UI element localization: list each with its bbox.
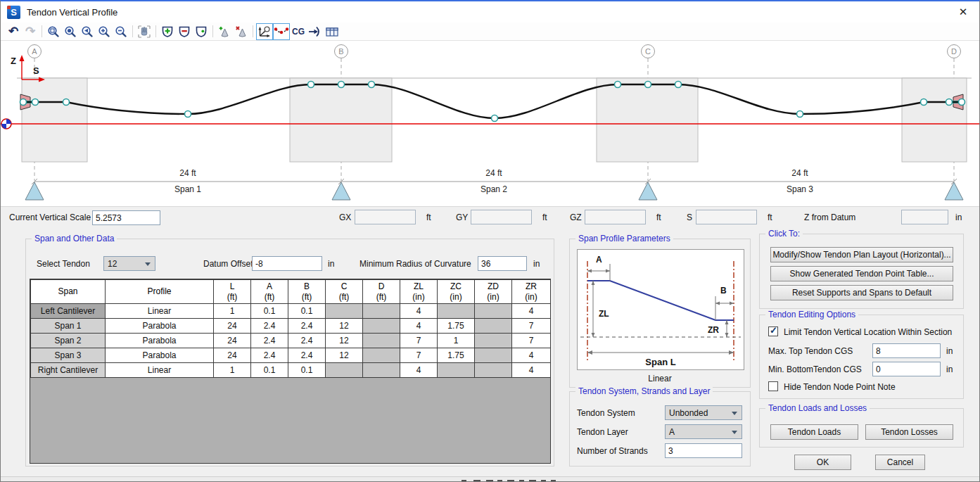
value-cell[interactable]: 4 xyxy=(512,348,551,363)
add-tendon-point-icon[interactable] xyxy=(216,23,233,40)
value-cell[interactable]: 0.1 xyxy=(251,304,288,319)
row-header[interactable]: Span 2 xyxy=(31,334,106,348)
show-point-table-button[interactable]: Show Generated Tendon Point Table... xyxy=(770,266,953,281)
profile-cell[interactable]: Parabola xyxy=(106,319,214,334)
value-cell[interactable]: 1 xyxy=(214,363,251,378)
value-cell[interactable] xyxy=(438,363,475,378)
value-cell[interactable]: 24 xyxy=(214,348,251,363)
tendon-loads-button[interactable]: Tendon Loads xyxy=(770,424,858,440)
value-cell[interactable]: 4 xyxy=(512,304,551,319)
row-header[interactable]: Right Cantilever xyxy=(31,363,106,378)
profile-drawing-area[interactable]: A B C D Z S xyxy=(1,41,980,206)
add-support-icon[interactable] xyxy=(159,23,176,40)
gz-field[interactable] xyxy=(585,210,646,224)
value-cell[interactable]: 2.4 xyxy=(288,319,326,334)
undo-icon[interactable]: ↶ xyxy=(5,23,22,40)
value-cell[interactable]: 2.4 xyxy=(288,348,326,363)
value-cell[interactable] xyxy=(475,363,512,378)
tendon-curve[interactable] xyxy=(23,84,962,118)
value-cell[interactable]: 2.4 xyxy=(251,348,288,363)
ok-button[interactable]: OK xyxy=(794,455,851,470)
max-top-cgs-input[interactable] xyxy=(872,343,941,358)
value-cell[interactable] xyxy=(363,304,400,319)
cancel-button[interactable]: Cancel xyxy=(875,455,925,470)
select-tendon-dropdown[interactable]: 12 xyxy=(103,256,155,271)
show-cg-icon[interactable]: CG xyxy=(290,23,307,40)
value-cell[interactable] xyxy=(475,348,512,363)
value-cell[interactable] xyxy=(363,363,400,378)
s-field[interactable] xyxy=(696,210,757,224)
redo-icon[interactable]: ↷ xyxy=(22,23,39,40)
value-cell[interactable]: 12 xyxy=(326,334,363,348)
value-cell[interactable]: 7 xyxy=(400,348,438,363)
value-cell[interactable]: 0.1 xyxy=(288,363,326,378)
support-point-icon[interactable] xyxy=(193,23,210,40)
min-bottom-cgs-input[interactable] xyxy=(872,362,941,376)
profile-cell[interactable]: Linear xyxy=(106,304,214,319)
tendon-nodes[interactable] xyxy=(20,82,965,122)
value-cell[interactable]: 2.4 xyxy=(288,334,326,348)
value-cell[interactable]: 12 xyxy=(326,348,363,363)
reset-supports-button[interactable]: Reset Supports and Spans to Default xyxy=(770,285,953,300)
value-cell[interactable] xyxy=(363,348,400,363)
value-cell[interactable] xyxy=(363,334,400,348)
zoom-full-view-icon[interactable] xyxy=(62,23,79,40)
value-cell[interactable]: 1.75 xyxy=(438,319,475,334)
vertical-scale-input[interactable] xyxy=(92,210,160,225)
gx-field[interactable] xyxy=(355,210,416,224)
remove-support-icon[interactable] xyxy=(176,23,193,40)
tendon-losses-button[interactable]: Tendon Losses xyxy=(865,424,953,440)
zoom-previous-icon[interactable] xyxy=(79,23,96,40)
value-cell[interactable]: 1.75 xyxy=(438,348,475,363)
value-cell[interactable]: 24 xyxy=(214,334,251,348)
pan-icon[interactable] xyxy=(136,23,153,40)
delete-tendon-point-icon[interactable] xyxy=(233,23,250,40)
value-cell[interactable]: 24 xyxy=(214,319,251,334)
value-cell[interactable]: 1 xyxy=(214,304,251,319)
profile-cell[interactable]: Parabola xyxy=(106,334,214,348)
value-cell[interactable] xyxy=(326,363,363,378)
profile-cell[interactable]: Linear xyxy=(106,363,214,378)
value-cell[interactable] xyxy=(363,319,400,334)
axis-zoom-icon[interactable] xyxy=(256,23,273,40)
tendon-system-dropdown[interactable]: Unbonded xyxy=(665,405,742,420)
value-cell[interactable]: 4 xyxy=(512,363,551,378)
hide-note-checkbox[interactable] xyxy=(768,381,778,391)
edit-curve-points-icon[interactable] xyxy=(273,23,290,40)
zoom-window-icon[interactable] xyxy=(45,23,62,40)
value-cell[interactable]: 7 xyxy=(512,334,551,348)
value-cell[interactable] xyxy=(326,304,363,319)
z-from-datum-field[interactable] xyxy=(901,210,948,224)
profile-cell[interactable]: Parabola xyxy=(106,348,214,363)
value-cell[interactable] xyxy=(475,334,512,348)
zoom-in-icon[interactable] xyxy=(96,23,113,40)
point-table-icon[interactable] xyxy=(324,23,341,40)
value-cell[interactable]: 7 xyxy=(400,334,438,348)
value-cell[interactable]: 4 xyxy=(400,319,438,334)
modify-plan-layout-button[interactable]: Modify/Show Tendon Plan Layout (Horizont… xyxy=(770,247,953,262)
value-cell[interactable]: 2.4 xyxy=(251,334,288,348)
value-cell[interactable]: 4 xyxy=(400,363,438,378)
row-header[interactable]: Left Cantilever xyxy=(31,304,106,319)
min-radius-input[interactable] xyxy=(478,256,527,271)
value-cell[interactable]: 0.1 xyxy=(251,363,288,378)
close-icon[interactable]: ✕ xyxy=(954,4,972,20)
jacking-location-icon[interactable] xyxy=(307,23,324,40)
zoom-out-icon[interactable] xyxy=(113,23,129,40)
value-cell[interactable] xyxy=(475,319,512,334)
value-cell[interactable]: 1 xyxy=(438,334,475,348)
value-cell[interactable]: 7 xyxy=(512,319,551,334)
value-cell[interactable]: 12 xyxy=(326,319,363,334)
limit-checkbox[interactable] xyxy=(768,326,778,336)
value-cell[interactable]: 2.4 xyxy=(251,319,288,334)
gy-field[interactable] xyxy=(471,210,532,224)
number-of-strands-input[interactable] xyxy=(665,443,742,458)
value-cell[interactable]: 0.1 xyxy=(288,304,326,319)
value-cell[interactable]: 4 xyxy=(400,304,438,319)
row-header[interactable]: Span 1 xyxy=(31,319,106,334)
row-header[interactable]: Span 3 xyxy=(31,348,106,363)
value-cell[interactable] xyxy=(475,304,512,319)
value-cell[interactable] xyxy=(438,304,475,319)
tendon-layer-dropdown[interactable]: A xyxy=(665,424,742,439)
datum-offset-input[interactable] xyxy=(252,256,322,271)
